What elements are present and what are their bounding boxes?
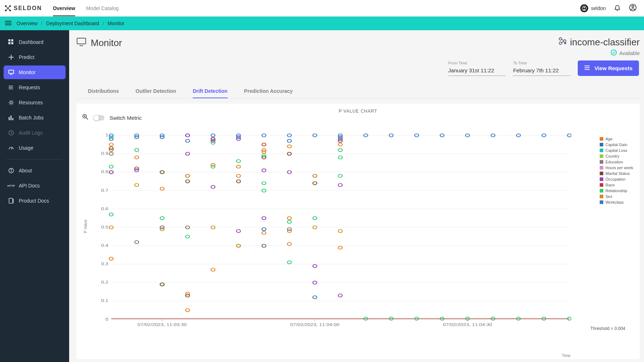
tab-prediction-accuracy[interactable]: Prediction Accuracy [244,88,293,98]
legend-item[interactable]: Hours per week [600,166,633,170]
gauge-icon [8,145,14,151]
svg-point-109 [160,217,164,220]
svg-point-29 [11,169,12,170]
y-axis-label: P Value [83,220,88,233]
legend-item[interactable]: Education [600,160,633,164]
to-time-value[interactable]: February 7th 11:22 [513,66,571,76]
legend-label: Race [605,183,615,187]
legend-swatch [600,149,603,152]
svg-point-102 [287,139,291,142]
from-time-field[interactable]: From Time January 31st 11:22 [448,61,506,76]
breadcrumb-bar: Overview / Deployment Dashboard / Monito… [0,17,644,30]
controls-row: From Time January 31st 11:22 To Time Feb… [76,60,639,76]
tab-outlier-detection[interactable]: Outlier Detection [135,88,176,98]
sidebar-item-resources[interactable]: Resources [4,96,66,109]
legend-item[interactable]: Relationship [600,189,633,193]
account-icon[interactable] [629,4,637,13]
sidebar-item-audit-logs[interactable]: Audit Logs [4,126,66,140]
sidebar-item-label: About [19,168,32,173]
legend-item[interactable]: Workclass [600,200,633,204]
svg-line-26 [11,148,12,149]
info-icon [8,167,14,174]
svg-text:1: 1 [106,133,108,137]
monitor-page-icon [76,37,86,49]
legend-swatch [600,160,603,164]
sidebar-item-dashboard[interactable]: Dashboard [4,35,66,49]
from-time-value[interactable]: January 31st 11:22 [448,66,506,76]
svg-point-112 [185,235,189,238]
topnav-overview[interactable]: Overview [53,0,75,16]
legend-item[interactable]: Capital Loss [600,148,633,153]
tab-drift-detection[interactable]: Drift Detection [193,88,227,98]
svg-point-123 [338,149,342,152]
plus-icon [8,54,14,60]
svg-point-9 [632,5,634,8]
legend-label: Capital Gain [605,142,627,147]
legend-item[interactable]: Capital Gain [600,142,633,147]
legend-swatch [600,172,603,175]
switch-metric-toggle[interactable] [94,115,104,121]
deployment-status-text: Available [619,50,640,56]
svg-text:0.6: 0.6 [101,206,108,211]
chart-card: P VALUE CHART Switch Metric P Value Time… [76,104,640,359]
chart-plot: 00.10.20.30.40.50.60.70.80.9107/02/2023,… [98,133,571,330]
sidebar-item-label: Requests [19,85,40,90]
shell: Dashboard Predict Monitor Requests Resou… [0,30,644,362]
svg-point-195 [338,230,342,233]
switch-metric-label: Switch Metric [109,115,142,121]
http-icon: HTTP [8,182,14,189]
svg-point-182 [338,294,342,297]
sidebar-item-api-docs[interactable]: HTTP API Docs [4,179,66,193]
legend-label: Age [605,137,613,141]
legend-item[interactable]: Occupation [600,177,633,181]
legend-label: Occupation [605,177,626,181]
legend-label: Capital Loss [605,148,627,153]
svg-rect-30 [9,198,13,203]
waves-icon [8,84,14,91]
to-time-field[interactable]: To Time February 7th 11:22 [513,61,571,76]
to-time-label: To Time [513,61,571,65]
legend-item[interactable]: Marital Status [600,171,633,176]
legend-item[interactable]: Race [600,183,633,187]
zoom-icon[interactable] [82,114,89,122]
sidebar-item-label: Predict [19,54,35,60]
sidebar-item-predict[interactable]: Predict [4,50,66,64]
svg-point-183 [109,143,113,146]
topnav-model-catalog[interactable]: Model Catalog [86,0,118,16]
sidebar-item-product-docs[interactable]: Product Docs [4,194,66,208]
sidebar-item-about[interactable]: About [4,164,66,177]
svg-point-105 [109,165,113,168]
breadcrumb-dashboard[interactable]: Deployment Dashboard [46,21,99,26]
legend-item[interactable]: Age [600,137,633,141]
svg-point-157 [185,180,189,183]
sidebar-item-batch-jobs[interactable]: Batch Jobs [4,111,66,125]
hamburger-icon[interactable] [5,21,12,27]
svg-point-203 [262,143,266,146]
sidebar-item-monitor[interactable]: Monitor [4,65,66,79]
svg-point-98 [185,139,189,142]
legend-item[interactable]: Sex [600,194,633,199]
svg-point-181 [338,184,342,187]
svg-point-174 [237,230,241,233]
breadcrumb-monitor[interactable]: Monitor [108,21,125,26]
bars-icon [8,114,14,121]
svg-point-35 [559,38,562,40]
bell-icon[interactable] [614,4,621,13]
sidebar-item-usage[interactable]: Usage [4,141,66,155]
legend-label: Education [605,160,623,164]
page-header: Monitor income-classifier Available [76,37,640,57]
breadcrumb-overview[interactable]: Overview [17,21,37,26]
sidebar-item-label: Monitor [19,69,36,75]
doc-icon [8,198,14,204]
legend-item[interactable]: Country [600,154,633,158]
user-chip[interactable]: seldon [580,4,606,12]
topbar: SELDON Overview Model Catalog seldon [0,0,644,17]
sidebar-item-label: Batch Jobs [19,115,44,121]
sidebar-item-label: Audit Logs [19,130,43,136]
svg-point-147 [287,145,291,148]
svg-rect-33 [77,38,86,44]
view-requests-button[interactable]: View Requests [578,60,639,76]
svg-rect-14 [11,39,13,41]
tab-distributions[interactable]: Distributions [88,88,119,98]
sidebar-item-requests[interactable]: Requests [4,81,66,94]
